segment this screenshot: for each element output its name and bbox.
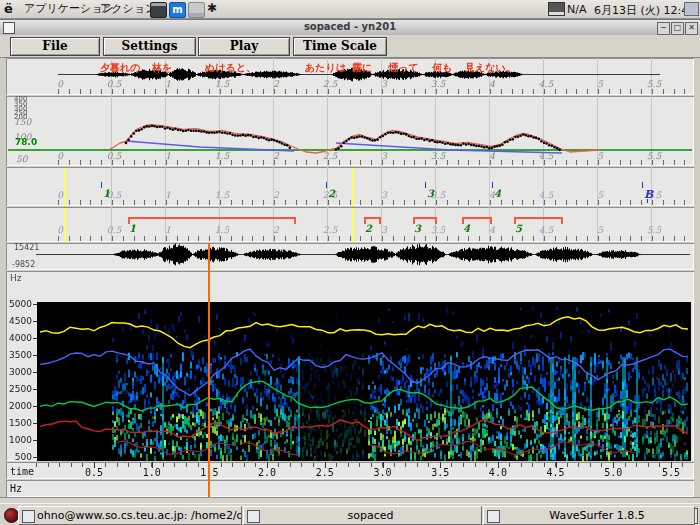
ruler-label: 4 [482, 79, 502, 89]
segment-marker-line [352, 208, 354, 242]
accent-label[interactable]: 2 [365, 223, 372, 234]
tone-label[interactable]: 3 [427, 188, 434, 199]
ruler-label: 2 [266, 79, 286, 89]
time-tick-label: 3.5 [428, 467, 452, 478]
taskbar-task-wavesurfer[interactable]: WaveSurfer 1.8.5 [483, 506, 695, 525]
ruler-label: 2 [266, 225, 286, 235]
accent-label[interactable]: 5 [515, 223, 522, 234]
ruler-label: 3 [374, 79, 394, 89]
taskbar-menu-icon[interactable] [4, 508, 19, 523]
freq-axis-tick [33, 406, 37, 407]
window-titlebar[interactable]: sopaced - yn201 ─ □ ✕ [0, 19, 700, 36]
time-major-tick [671, 462, 672, 468]
word-label: 見えない。 [465, 61, 516, 75]
waveform-pane[interactable]: 15421 -9852 [6, 243, 694, 270]
spectrogram-canvas[interactable] [37, 302, 691, 461]
word-label: ぬけると、 [205, 61, 256, 75]
word-label: 煙って [388, 61, 418, 75]
tone-label[interactable]: 4 [494, 188, 501, 199]
freq-axis-tick [33, 338, 37, 339]
time-tick-label: 4.5 [544, 467, 568, 478]
freq-axis-label: 1500 [6, 418, 32, 428]
freq-axis-tick [33, 304, 37, 305]
ruler-label: 0 [50, 225, 70, 235]
applications-menu-icon[interactable]: ë [4, 1, 13, 16]
accent-label[interactable]: 3 [414, 223, 421, 234]
waveform-canvas[interactable] [6, 243, 694, 270]
ruler-label: 2.5 [320, 79, 340, 89]
time-tick-label: 4.0 [486, 467, 510, 478]
time-tick-label: 5.0 [601, 467, 625, 478]
maximize-button[interactable]: □ [671, 22, 684, 35]
ruler-label: 4.5 [536, 225, 556, 235]
segment-marker-line [64, 168, 66, 206]
overview-pane[interactable]: 00.511.522.533.544.555.5夕暮れの林をぬけると、あたりは霧… [6, 58, 694, 95]
ruler-label: 0 [50, 79, 70, 89]
tone-label[interactable]: B [644, 188, 653, 201]
pitch-pane[interactable]: 00.511.522.533.544.555.54003503002502001… [6, 96, 694, 166]
time-major-tick [383, 462, 384, 468]
freq-axis-label: 3000 [6, 367, 32, 377]
ruler-label: 2.5 [320, 151, 340, 161]
ruler-label: 5 [590, 79, 610, 89]
tone-tier-pane[interactable]: 00.511.522.533.544.555.51234B [6, 167, 694, 206]
freq-axis-label: 5000 [6, 299, 32, 309]
pitch-scale-label: 50 [16, 154, 27, 164]
close-button[interactable]: ✕ [685, 22, 698, 35]
freq-axis-label: 4000 [6, 333, 32, 343]
freq-axis-label: 3500 [6, 350, 32, 360]
ruler-label: 0.5 [104, 151, 124, 161]
printer-launcher-icon[interactable] [188, 2, 205, 18]
word-label: 霧に [352, 61, 372, 75]
window-title: sopaced - yn201 [0, 21, 700, 32]
accent-label[interactable]: 1 [129, 223, 136, 234]
accent-label[interactable]: 4 [463, 223, 470, 234]
toolbar-button-time-scale[interactable]: Time Scale [293, 37, 387, 56]
taskbar-task-terminal[interactable]: ohno@www.so.cs.teu.ac.jp: /home2/ohno/ [18, 506, 242, 525]
ruler-label: 4 [482, 225, 502, 235]
freq-axis-tick [33, 389, 37, 390]
minor-ticks [58, 236, 688, 241]
ruler-label: 3 [374, 190, 394, 200]
browser-launcher-icon[interactable]: m [169, 2, 186, 18]
time-axis-label: time [10, 466, 34, 477]
bottom-unit-strip: Hz [6, 480, 694, 497]
ime-status: N/A [567, 3, 586, 16]
tone-label[interactable]: 2 [328, 188, 335, 199]
ruler-label: 1.5 [212, 225, 232, 235]
toolbar-button-file[interactable]: File [10, 37, 100, 56]
taskbar-task-sopaced[interactable]: sopaced [243, 506, 482, 525]
ruler-label: 1 [158, 79, 178, 89]
task-window-icon [487, 510, 500, 523]
minor-ticks [36, 463, 688, 467]
accent-tier-pane[interactable]: 00.511.522.533.544.555.512345 [6, 207, 694, 242]
segment-marker-line [352, 168, 354, 206]
tone-label[interactable]: 1 [103, 188, 110, 199]
clock: 6月13日 (火) 12:49 [594, 3, 695, 18]
playback-cursor[interactable] [208, 243, 210, 501]
tone-boundary-tick [642, 182, 643, 188]
ruler-label: 3.5 [428, 225, 448, 235]
word-label: あたりは [305, 61, 346, 75]
time-major-tick [440, 462, 441, 468]
task-label: sopaced [262, 509, 479, 522]
ruler-label: 4.5 [536, 79, 556, 89]
toolbar-button-settings[interactable]: Settings [103, 37, 196, 56]
spectrogram-pane[interactable]: Hz 5000450040003500300025002000150010005… [6, 271, 694, 461]
terminal-launcher-icon[interactable] [150, 2, 167, 18]
toolbar-button-play[interactable]: Play [198, 37, 290, 56]
ruler-label: 0 [50, 151, 70, 161]
tray-monitor-icon[interactable] [684, 2, 699, 16]
ime-indicator-icon[interactable] [548, 2, 565, 16]
time-axis-pane: time 0.51.01.52.02.53.03.54.04.55.05.5 [6, 462, 694, 479]
minor-ticks [58, 200, 688, 205]
time-tick-label: 1.0 [140, 467, 164, 478]
ruler-label: 5 [590, 225, 610, 235]
bug-launcher-icon[interactable]: ✱ [207, 1, 217, 15]
tone-boundary-tick [101, 182, 102, 188]
ruler-label: 2.5 [320, 225, 340, 235]
minimize-button[interactable]: ─ [657, 22, 670, 35]
ruler-label: 3 [374, 151, 394, 161]
ruler-label: 5.5 [644, 225, 664, 235]
ruler-label: 1 [158, 151, 178, 161]
